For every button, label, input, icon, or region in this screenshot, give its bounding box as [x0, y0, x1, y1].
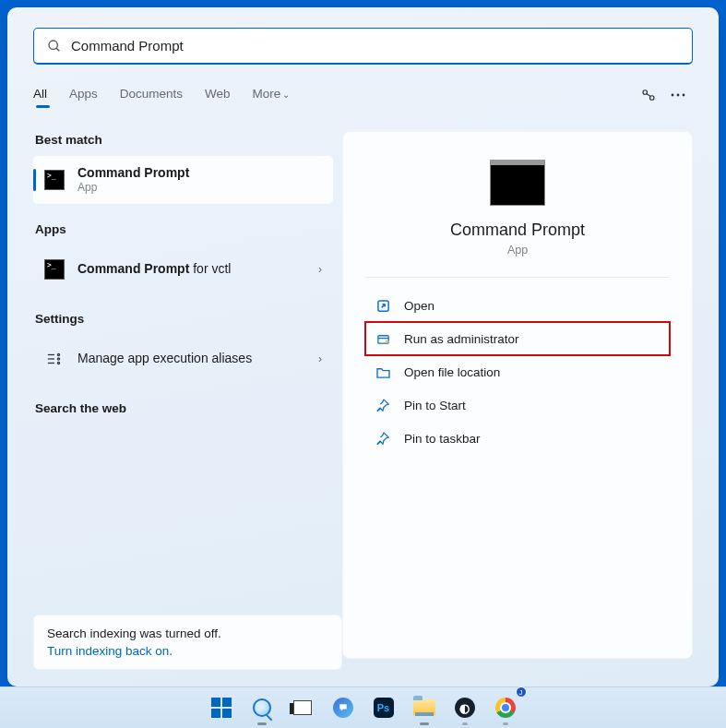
result-setting-execution-aliases[interactable]: Manage app execution aliases › [33, 335, 333, 383]
action-open-file-location[interactable]: Open file location [365, 355, 670, 388]
svg-point-5 [677, 94, 680, 97]
search-icon [253, 698, 271, 717]
taskbar-search-button[interactable] [244, 689, 280, 726]
list-settings-icon [44, 349, 65, 369]
search-icon [47, 39, 62, 54]
taskbar-task-view-button[interactable] [284, 689, 321, 726]
preview-panel: Command Prompt App Open Run as administr… [342, 131, 693, 659]
result-title: Manage app execution aliases [77, 351, 318, 367]
start-search-panel: All Apps Documents Web More⌄ Best match … [7, 7, 719, 686]
action-pin-to-taskbar[interactable]: Pin to taskbar [365, 422, 670, 455]
indexing-notice: Search indexing was turned off. Turn ind… [33, 615, 342, 670]
folder-icon [375, 366, 391, 378]
svg-point-4 [672, 94, 674, 97]
svg-point-12 [57, 362, 59, 364]
preview-subtitle: App [507, 244, 528, 257]
search-input[interactable] [71, 38, 679, 54]
task-view-icon [293, 700, 312, 715]
result-title: Command Prompt for vctl [77, 261, 318, 278]
result-best-match[interactable]: >_ Command Prompt App [33, 156, 333, 204]
pin-icon [375, 432, 391, 445]
indexing-enable-link[interactable]: Turn indexing back on. [47, 644, 328, 658]
taskbar: Ps ◐ J [0, 686, 726, 728]
command-prompt-icon: >_ [44, 259, 65, 280]
settings-header: Settings [35, 312, 333, 326]
taskbar-chrome-button[interactable]: J [487, 689, 524, 726]
chevron-right-icon: › [318, 263, 322, 276]
chat-icon [333, 698, 353, 718]
results-column: Best match >_ Command Prompt App Apps >_… [33, 131, 342, 659]
indexing-status-text: Search indexing was turned off. [47, 627, 328, 640]
tab-all[interactable]: All [33, 87, 47, 104]
best-match-header: Best match [35, 133, 333, 147]
action-label: Pin to Start [404, 399, 466, 412]
tab-more[interactable]: More⌄ [253, 87, 291, 104]
taskbar-start-button[interactable] [203, 689, 240, 726]
action-label: Open file location [404, 365, 500, 379]
svg-line-1 [56, 48, 59, 51]
ellipsis-icon [670, 92, 686, 98]
search-web-header: Search the web [35, 401, 333, 415]
preview-app-icon [490, 160, 545, 206]
file-explorer-icon [413, 699, 435, 716]
preview-title: Command Prompt [450, 221, 585, 240]
result-title: Command Prompt [77, 165, 322, 182]
tab-web[interactable]: Web [205, 87, 231, 104]
windows-logo-icon [211, 698, 232, 718]
svg-point-0 [49, 41, 57, 49]
action-open[interactable]: Open [365, 289, 670, 322]
divider [365, 277, 670, 278]
svg-point-6 [683, 94, 685, 97]
taskbar-widgets-button[interactable] [325, 689, 362, 726]
chevron-down-icon: ⌄ [282, 90, 290, 100]
taskbar-photoshop-button[interactable]: Ps [365, 689, 402, 726]
action-label: Pin to taskbar [404, 432, 481, 446]
action-label: Open [404, 299, 434, 313]
result-subtitle: App [77, 181, 322, 195]
shield-admin-icon [375, 332, 391, 346]
svg-point-10 [57, 353, 59, 355]
svg-point-11 [57, 358, 59, 360]
taskbar-steam-button[interactable]: ◐ [446, 689, 483, 726]
connector-icon [640, 87, 657, 103]
more-options-button[interactable] [663, 80, 693, 110]
photoshop-icon: Ps [374, 698, 394, 718]
profile-badge: J [516, 686, 527, 698]
steam-icon: ◐ [455, 698, 475, 718]
chevron-right-icon: › [318, 352, 322, 365]
open-icon [375, 299, 391, 313]
action-label: Run as administrator [404, 332, 519, 346]
action-pin-to-start[interactable]: Pin to Start [365, 388, 670, 422]
search-options-button[interactable] [634, 80, 663, 110]
search-box[interactable] [33, 28, 693, 65]
pin-icon [375, 399, 391, 412]
command-prompt-icon: >_ [44, 170, 65, 190]
tab-apps[interactable]: Apps [69, 87, 98, 104]
filter-tabs: All Apps Documents Web More⌄ [33, 81, 693, 109]
result-app-vctl[interactable]: >_ Command Prompt for vctl › [33, 245, 333, 293]
apps-header: Apps [35, 222, 333, 236]
tab-documents[interactable]: Documents [120, 87, 183, 104]
action-run-as-administrator[interactable]: Run as administrator [365, 322, 670, 355]
chrome-icon [495, 698, 516, 718]
taskbar-file-explorer-button[interactable] [406, 689, 443, 726]
